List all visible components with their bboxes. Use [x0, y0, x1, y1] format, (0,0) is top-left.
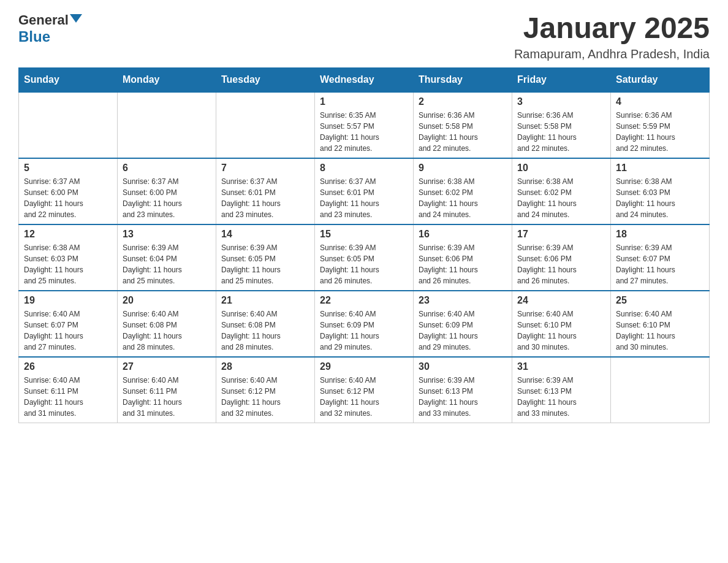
calendar-cell: 23Sunrise: 6:40 AM Sunset: 6:09 PM Dayli… — [414, 291, 512, 357]
calendar-cell — [216, 92, 315, 158]
calendar-cell: 13Sunrise: 6:39 AM Sunset: 6:04 PM Dayli… — [118, 224, 216, 291]
calendar-cell: 7Sunrise: 6:37 AM Sunset: 6:01 PM Daylig… — [216, 158, 315, 224]
day-number: 16 — [419, 229, 507, 240]
calendar-header-row: SundayMondayTuesdayWednesdayThursdayFrid… — [19, 67, 710, 92]
day-info: Sunrise: 6:38 AM Sunset: 6:03 PM Dayligh… — [616, 176, 704, 220]
day-number: 10 — [517, 163, 605, 174]
day-info: Sunrise: 6:37 AM Sunset: 6:01 PM Dayligh… — [320, 176, 408, 220]
calendar-cell: 29Sunrise: 6:40 AM Sunset: 6:12 PM Dayli… — [315, 357, 414, 423]
day-info: Sunrise: 6:37 AM Sunset: 6:00 PM Dayligh… — [123, 176, 211, 220]
day-info: Sunrise: 6:40 AM Sunset: 6:12 PM Dayligh… — [221, 375, 309, 419]
day-info: Sunrise: 6:40 AM Sunset: 6:10 PM Dayligh… — [517, 308, 605, 353]
calendar-cell: 31Sunrise: 6:39 AM Sunset: 6:13 PM Dayli… — [512, 357, 611, 423]
day-info: Sunrise: 6:40 AM Sunset: 6:10 PM Dayligh… — [616, 308, 704, 353]
day-number: 13 — [123, 229, 211, 240]
logo-general: General — [18, 12, 69, 28]
calendar-cell: 15Sunrise: 6:39 AM Sunset: 6:05 PM Dayli… — [315, 224, 414, 291]
title-block: January 2025 Ramapuram, Andhra Pradesh, … — [514, 12, 710, 61]
day-info: Sunrise: 6:40 AM Sunset: 6:12 PM Dayligh… — [320, 375, 408, 419]
day-number: 28 — [221, 361, 309, 372]
day-number: 19 — [24, 295, 112, 306]
day-number: 17 — [517, 229, 605, 240]
day-number: 9 — [419, 163, 507, 174]
calendar-cell: 27Sunrise: 6:40 AM Sunset: 6:11 PM Dayli… — [118, 357, 216, 423]
calendar-cell: 21Sunrise: 6:40 AM Sunset: 6:08 PM Dayli… — [216, 291, 315, 357]
calendar-cell: 12Sunrise: 6:38 AM Sunset: 6:03 PM Dayli… — [19, 224, 118, 291]
day-number: 6 — [123, 163, 211, 174]
day-of-week-header: Thursday — [414, 67, 512, 92]
calendar-table: SundayMondayTuesdayWednesdayThursdayFrid… — [18, 67, 710, 423]
calendar-week-row: 19Sunrise: 6:40 AM Sunset: 6:07 PM Dayli… — [19, 291, 710, 357]
calendar-cell: 16Sunrise: 6:39 AM Sunset: 6:06 PM Dayli… — [414, 224, 512, 291]
day-number: 8 — [320, 163, 408, 174]
day-info: Sunrise: 6:40 AM Sunset: 6:09 PM Dayligh… — [419, 308, 507, 353]
day-number: 30 — [419, 361, 507, 372]
day-number: 25 — [616, 295, 704, 306]
calendar-cell: 28Sunrise: 6:40 AM Sunset: 6:12 PM Dayli… — [216, 357, 315, 423]
day-info: Sunrise: 6:40 AM Sunset: 6:11 PM Dayligh… — [24, 375, 112, 419]
day-number: 22 — [320, 295, 408, 306]
day-number: 5 — [24, 163, 112, 174]
calendar-cell — [19, 92, 118, 158]
calendar-cell: 19Sunrise: 6:40 AM Sunset: 6:07 PM Dayli… — [19, 291, 118, 357]
day-info: Sunrise: 6:39 AM Sunset: 6:04 PM Dayligh… — [123, 242, 211, 286]
logo-blue: Blue — [18, 28, 50, 46]
day-number: 1 — [320, 96, 408, 107]
day-number: 27 — [123, 361, 211, 372]
calendar-cell: 8Sunrise: 6:37 AM Sunset: 6:01 PM Daylig… — [315, 158, 414, 224]
day-of-week-header: Tuesday — [216, 67, 315, 92]
day-info: Sunrise: 6:39 AM Sunset: 6:06 PM Dayligh… — [517, 242, 605, 286]
day-number: 18 — [616, 229, 704, 240]
day-info: Sunrise: 6:40 AM Sunset: 6:11 PM Dayligh… — [123, 375, 211, 419]
calendar-cell: 30Sunrise: 6:39 AM Sunset: 6:13 PM Dayli… — [414, 357, 512, 423]
day-of-week-header: Monday — [118, 67, 216, 92]
day-number: 4 — [616, 96, 704, 107]
day-number: 23 — [419, 295, 507, 306]
logo-triangle-icon — [70, 14, 82, 23]
day-number: 15 — [320, 229, 408, 240]
day-number: 3 — [517, 96, 605, 107]
day-info: Sunrise: 6:40 AM Sunset: 6:07 PM Dayligh… — [24, 308, 112, 353]
calendar-cell: 14Sunrise: 6:39 AM Sunset: 6:05 PM Dayli… — [216, 224, 315, 291]
calendar-cell: 3Sunrise: 6:36 AM Sunset: 5:58 PM Daylig… — [512, 92, 611, 158]
day-number: 26 — [24, 361, 112, 372]
calendar-cell: 6Sunrise: 6:37 AM Sunset: 6:00 PM Daylig… — [118, 158, 216, 224]
day-info: Sunrise: 6:36 AM Sunset: 5:58 PM Dayligh… — [419, 110, 507, 154]
day-number: 21 — [221, 295, 309, 306]
calendar-cell: 17Sunrise: 6:39 AM Sunset: 6:06 PM Dayli… — [512, 224, 611, 291]
calendar-cell: 24Sunrise: 6:40 AM Sunset: 6:10 PM Dayli… — [512, 291, 611, 357]
day-info: Sunrise: 6:38 AM Sunset: 6:03 PM Dayligh… — [24, 242, 112, 286]
location-title: Ramapuram, Andhra Pradesh, India — [514, 47, 710, 61]
calendar-cell: 20Sunrise: 6:40 AM Sunset: 6:08 PM Dayli… — [118, 291, 216, 357]
day-info: Sunrise: 6:40 AM Sunset: 6:08 PM Dayligh… — [123, 308, 211, 353]
logo: General Blue — [18, 12, 82, 46]
calendar-cell: 4Sunrise: 6:36 AM Sunset: 5:59 PM Daylig… — [611, 92, 710, 158]
day-number: 12 — [24, 229, 112, 240]
calendar-week-row: 1Sunrise: 6:35 AM Sunset: 5:57 PM Daylig… — [19, 92, 710, 158]
day-number: 7 — [221, 163, 309, 174]
calendar-cell: 5Sunrise: 6:37 AM Sunset: 6:00 PM Daylig… — [19, 158, 118, 224]
calendar-week-row: 5Sunrise: 6:37 AM Sunset: 6:00 PM Daylig… — [19, 158, 710, 224]
day-info: Sunrise: 6:35 AM Sunset: 5:57 PM Dayligh… — [320, 110, 408, 154]
day-info: Sunrise: 6:39 AM Sunset: 6:13 PM Dayligh… — [517, 375, 605, 419]
calendar-cell — [611, 357, 710, 423]
day-number: 2 — [419, 96, 507, 107]
calendar-cell — [118, 92, 216, 158]
day-number: 24 — [517, 295, 605, 306]
day-of-week-header: Saturday — [611, 67, 710, 92]
day-info: Sunrise: 6:38 AM Sunset: 6:02 PM Dayligh… — [419, 176, 507, 220]
day-info: Sunrise: 6:40 AM Sunset: 6:08 PM Dayligh… — [221, 308, 309, 353]
day-number: 11 — [616, 163, 704, 174]
calendar-cell: 10Sunrise: 6:38 AM Sunset: 6:02 PM Dayli… — [512, 158, 611, 224]
day-of-week-header: Sunday — [19, 67, 118, 92]
calendar-week-row: 12Sunrise: 6:38 AM Sunset: 6:03 PM Dayli… — [19, 224, 710, 291]
day-info: Sunrise: 6:37 AM Sunset: 6:00 PM Dayligh… — [24, 176, 112, 220]
day-info: Sunrise: 6:39 AM Sunset: 6:05 PM Dayligh… — [320, 242, 408, 286]
calendar-cell: 25Sunrise: 6:40 AM Sunset: 6:10 PM Dayli… — [611, 291, 710, 357]
calendar-cell: 26Sunrise: 6:40 AM Sunset: 6:11 PM Dayli… — [19, 357, 118, 423]
day-info: Sunrise: 6:39 AM Sunset: 6:07 PM Dayligh… — [616, 242, 704, 286]
day-info: Sunrise: 6:36 AM Sunset: 5:58 PM Dayligh… — [517, 110, 605, 154]
day-number: 14 — [221, 229, 309, 240]
month-title: January 2025 — [514, 12, 710, 45]
calendar-cell: 11Sunrise: 6:38 AM Sunset: 6:03 PM Dayli… — [611, 158, 710, 224]
